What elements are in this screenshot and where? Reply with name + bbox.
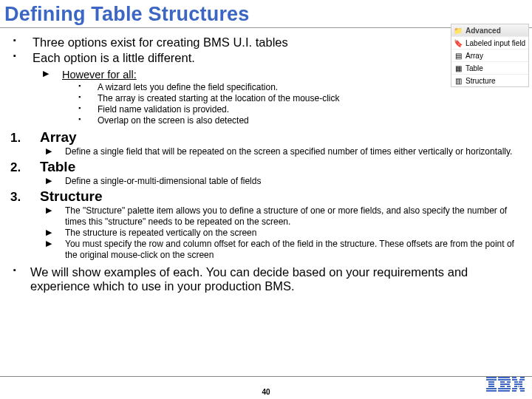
svg-rect-16 xyxy=(512,377,516,378)
svg-rect-4 xyxy=(488,386,494,387)
square-bullet-icon: ▪ xyxy=(78,104,84,115)
triangle-bullet-icon: ▶ xyxy=(46,228,52,239)
square-bullet-icon: ▪ xyxy=(13,35,21,50)
triangle-bullet-icon: ▶ xyxy=(46,146,52,157)
svg-rect-13 xyxy=(507,386,511,387)
option-detail: Define a single field that will be repea… xyxy=(65,146,512,157)
svg-rect-18 xyxy=(512,379,517,381)
ibm-logo xyxy=(486,377,525,395)
page-number: 40 xyxy=(262,388,270,396)
option-detail: The "Structure" palette item allows you … xyxy=(65,205,523,228)
however-point: Field name validation is provided. xyxy=(98,104,229,115)
option-detail: The structure is repeated vertically on … xyxy=(65,228,256,239)
svg-rect-7 xyxy=(498,377,510,378)
intro-line: Each option is a little different. xyxy=(33,51,195,66)
svg-rect-27 xyxy=(519,388,525,389)
option-heading-structure: Structure xyxy=(40,188,102,205)
svg-rect-2 xyxy=(488,381,494,383)
svg-rect-11 xyxy=(500,383,510,385)
triangle-bullet-icon: ▶ xyxy=(46,239,52,261)
svg-rect-1 xyxy=(486,379,497,381)
svg-rect-28 xyxy=(512,390,516,392)
intro-line: Three options exist for creating BMS U.I… xyxy=(33,35,288,50)
however-label: However for all: xyxy=(62,69,137,81)
svg-rect-23 xyxy=(514,386,517,387)
triangle-bullet-icon: ▶ xyxy=(46,205,52,228)
square-bullet-icon: ▪ xyxy=(78,115,84,126)
option-number: 1. xyxy=(10,131,27,146)
svg-rect-24 xyxy=(518,386,519,387)
svg-rect-19 xyxy=(519,379,525,381)
svg-rect-10 xyxy=(507,381,511,383)
however-point: Overlap on the screen is also detected xyxy=(98,115,249,126)
triangle-bullet-icon: ▶ xyxy=(43,69,49,81)
footer-divider xyxy=(0,376,532,377)
option-heading-table: Table xyxy=(40,159,75,175)
option-heading-array: Array xyxy=(40,129,77,146)
svg-rect-29 xyxy=(520,390,525,392)
square-bullet-icon: ▪ xyxy=(13,265,18,295)
svg-rect-9 xyxy=(500,381,505,383)
svg-rect-5 xyxy=(486,388,497,389)
slide-body: ▪ Three options exist for creating BMS U… xyxy=(0,28,532,294)
svg-rect-20 xyxy=(514,381,518,383)
svg-rect-8 xyxy=(498,379,511,381)
option-detail: Define a single-or-multi-dimensional tab… xyxy=(65,176,261,187)
triangle-bullet-icon: ▶ xyxy=(46,176,52,187)
option-number: 2. xyxy=(10,160,27,175)
svg-rect-17 xyxy=(520,377,525,378)
svg-rect-12 xyxy=(500,386,505,387)
svg-rect-14 xyxy=(498,388,511,389)
square-bullet-icon: ▪ xyxy=(78,93,84,104)
svg-rect-22 xyxy=(514,383,522,385)
however-point: The array is created starting at the loc… xyxy=(98,93,340,104)
svg-rect-21 xyxy=(519,381,522,383)
svg-rect-3 xyxy=(488,383,494,385)
square-bullet-icon: ▪ xyxy=(13,51,21,66)
option-number: 3. xyxy=(10,190,27,205)
svg-rect-15 xyxy=(498,390,510,392)
svg-rect-0 xyxy=(486,377,497,378)
square-bullet-icon: ▪ xyxy=(78,82,84,93)
closing-line: We will show examples of each. You can d… xyxy=(30,265,525,295)
however-point: A wizard lets you define the field speci… xyxy=(98,82,278,93)
svg-rect-25 xyxy=(519,386,522,387)
svg-rect-6 xyxy=(486,390,497,392)
option-detail: You must specify the row and column offs… xyxy=(65,239,523,261)
svg-rect-26 xyxy=(512,388,517,389)
